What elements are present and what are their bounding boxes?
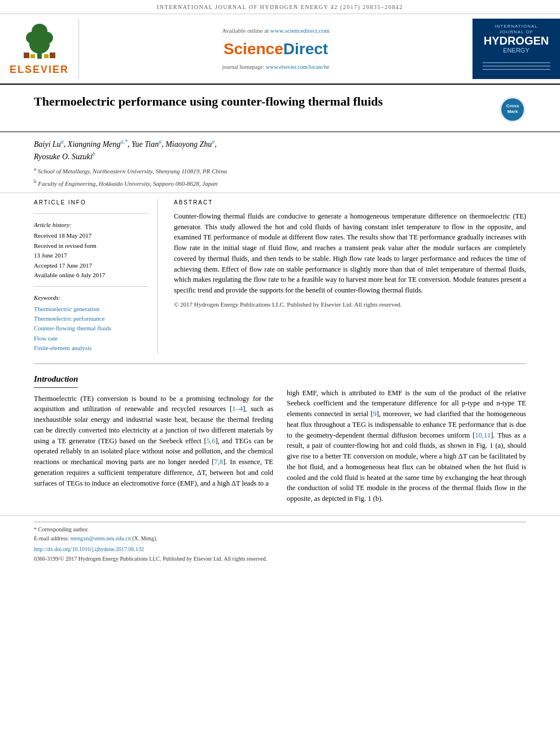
- sciencedirect-logo: ScienceDirect: [224, 38, 328, 60]
- title-section: Thermoelectric performance using counter…: [0, 85, 560, 132]
- svg-rect-5: [24, 53, 29, 58]
- svg-rect-9: [483, 62, 550, 63]
- svg-rect-6: [50, 53, 55, 58]
- history-label: Article history:: [34, 221, 148, 229]
- center-header: Available online at www.sciencedirect.co…: [79, 19, 473, 79]
- article-title: Thermoelectric performance using counter…: [34, 94, 499, 110]
- history-accepted: Accepted 17 June 2017: [34, 261, 148, 270]
- email-link[interactable]: mengxn@smm.neu.edu.cn: [71, 535, 131, 541]
- doi-link[interactable]: http://dx.doi.org/10.1016/j.ijhydene.201…: [34, 546, 144, 552]
- badge-main-text: HYDROGEN: [484, 35, 549, 46]
- history-revised-label: Received in revised form: [34, 242, 148, 250]
- abstract-label: ABSTRACT: [174, 199, 526, 207]
- author-ryosuke-suzuki: Ryosuke O. Suzuki: [34, 152, 93, 160]
- ref-7-8[interactable]: 7,8: [214, 458, 223, 466]
- intro-paragraph-2: high EMF, which is attributed to EMF is …: [287, 388, 526, 504]
- affiliation-b: b Faculty of Engineering, Hokkaido Unive…: [34, 178, 526, 188]
- authors-line: Baiyi Lua, Xiangning Menga,*, Yue Tiana,…: [34, 138, 526, 162]
- ref-10-11[interactable]: 10,11: [475, 431, 491, 439]
- keywords-label: Keywords:: [34, 294, 148, 302]
- article-info-abstract: ARTICLE INFO Article history: Received 1…: [0, 199, 560, 354]
- keyword-4[interactable]: Flow rate: [34, 334, 148, 343]
- history-revised-date: 13 June 2017: [34, 251, 148, 260]
- journal-homepage: journal homepage: www.elsevier.com/locat…: [222, 63, 330, 71]
- email-note: E-mail address: mengxn@smm.neu.edu.cn (X…: [34, 535, 526, 543]
- svg-rect-10: [483, 65, 550, 67]
- affiliation-a: a School of Metallurgy, Northeastern Uni…: [34, 165, 526, 176]
- corresponding-note: * Corresponding author.: [34, 526, 526, 534]
- svg-text:Mark: Mark: [508, 109, 518, 114]
- abstract-text: Counter-flowing thermal fluids are condu…: [174, 211, 526, 296]
- svg-rect-11: [483, 69, 550, 70]
- footer-section: * Corresponding author. E-mail address: …: [0, 516, 560, 569]
- ref-9[interactable]: 9: [373, 410, 377, 418]
- history-online: Available online 6 July 2017: [34, 271, 148, 279]
- svg-rect-8: [44, 54, 49, 58]
- crossmark: Cross Mark: [499, 96, 526, 126]
- divider-1: [34, 213, 148, 214]
- keyword-3[interactable]: Counter-flowing thermal fluids: [34, 324, 148, 333]
- intro-paragraph-1: Thermoelectric (TE) conversion is bound …: [34, 394, 273, 489]
- journal-badge: INTERNATIONALJOURNAL OF HYDROGEN ENERGY: [473, 19, 560, 79]
- footer-divider: [34, 522, 526, 522]
- journal-header: ELSEVIER Available online at www.science…: [0, 14, 560, 85]
- badge-sub-text: ENERGY: [503, 46, 529, 55]
- intro-heading: Introduction: [34, 373, 78, 388]
- keyword-2[interactable]: Thermoelectric performance: [34, 314, 148, 323]
- svg-point-4: [32, 24, 47, 38]
- ref-1-4[interactable]: 1–4: [232, 405, 243, 413]
- journal-top-bar: International Journal of Hydrogen Energy…: [0, 0, 560, 14]
- ref-5-6[interactable]: 5,6: [207, 437, 216, 445]
- abstract-column: ABSTRACT Counter-flowing thermal fluids …: [172, 199, 526, 354]
- history-received: Received 18 May 2017: [34, 231, 148, 240]
- article-info-column: ARTICLE INFO Article history: Received 1…: [34, 199, 158, 354]
- svg-rect-7: [30, 54, 35, 58]
- available-online-text: Available online at www.sciencedirect.co…: [222, 27, 330, 35]
- body-section: Introduction Thermoelectric (TE) convers…: [0, 364, 560, 509]
- authors-section: Baiyi Lua, Xiangning Menga,*, Yue Tiana,…: [0, 132, 560, 193]
- author-baiyi-lu: Baiyi Lu: [34, 140, 61, 148]
- homepage-url[interactable]: www.elsevier.com/locate/he: [266, 64, 330, 70]
- abstract-copyright: © 2017 Hydrogen Energy Publications LLC.…: [174, 300, 526, 309]
- elsevier-text: ELSEVIER: [10, 63, 69, 77]
- footer-copyright: 0360-3199/© 2017 Hydrogen Energy Publica…: [34, 555, 526, 563]
- elsevier-logo: ELSEVIER: [0, 19, 79, 79]
- badge-top-text: INTERNATIONALJOURNAL OF: [495, 24, 537, 36]
- author-yue-tian: Yue Tian: [132, 140, 159, 148]
- divider-2: [34, 286, 148, 287]
- keyword-1[interactable]: Thermoelectric generation: [34, 305, 148, 313]
- sciencedirect-url[interactable]: www.sciencedirect.com: [270, 27, 330, 34]
- author-miaoyong-zhu: Miaoyong Zhu: [165, 140, 212, 148]
- body-left-column: Introduction Thermoelectric (TE) convers…: [34, 373, 273, 509]
- article-info-label: ARTICLE INFO: [34, 199, 148, 207]
- keyword-5[interactable]: Finite-element analysis: [34, 344, 148, 352]
- author-xiangning-meng: Xiangning Meng: [68, 140, 121, 148]
- body-right-column: high EMF, which is attributed to EMF is …: [287, 373, 526, 509]
- svg-text:Cross: Cross: [506, 103, 519, 108]
